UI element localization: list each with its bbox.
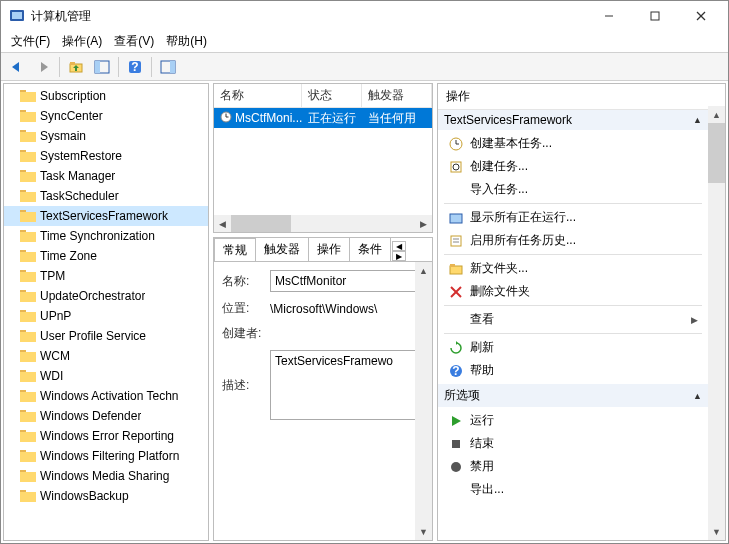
prop-desc-value[interactable]: TextServicesFramewo [270,350,424,420]
scroll-down-icon[interactable]: ▼ [708,523,725,540]
collapse-icon: ▲ [693,391,702,401]
close-button[interactable] [678,1,724,31]
task-icon [448,159,464,175]
svg-rect-31 [20,252,36,262]
tab-triggers[interactable]: 触发器 [255,238,309,261]
folder-icon [20,289,36,303]
task-row[interactable]: MsCtfMoni... 正在运行 当任何用 [214,108,432,128]
action-help[interactable]: ?帮助 [438,359,708,382]
tree-item[interactable]: Windows Error Reporting [4,426,208,446]
action-disable[interactable]: 禁用 [438,455,708,478]
action-refresh[interactable]: 刷新 [438,336,708,359]
scroll-up-icon[interactable]: ▲ [415,262,432,279]
scroll-thumb[interactable] [708,123,725,183]
tree-item[interactable]: WCM [4,346,208,366]
scroll-left-icon[interactable]: ◀ [214,215,231,232]
actions-section-1[interactable]: TextServicesFramework ▲ [438,110,708,130]
tree-item[interactable]: WindowsBackup [4,486,208,506]
svg-rect-33 [20,272,36,282]
action-export[interactable]: 导出... [438,478,708,501]
menu-view[interactable]: 查看(V) [108,31,160,52]
chevron-right-icon: ▶ [691,315,698,325]
action-create-basic[interactable]: 创建基本任务... [438,132,708,155]
action-run[interactable]: 运行 [438,409,708,432]
tree-item[interactable]: UpdateOrchestrator [4,286,208,306]
forward-button[interactable] [31,56,55,78]
tree-item[interactable]: UPnP [4,306,208,326]
scroll-down-icon[interactable]: ▼ [415,523,432,540]
prop-desc-label: 描述: [222,377,264,394]
tree-item[interactable]: Windows Filtering Platforn [4,446,208,466]
tree-item[interactable]: SystemRestore [4,146,208,166]
titlebar: 计算机管理 [1,1,728,31]
tree-item[interactable]: Windows Media Sharing [4,466,208,486]
actions-scrollbar[interactable]: ▲ ▼ [708,106,725,540]
task-trigger: 当任何用 [362,110,432,127]
tree-item[interactable]: WDI [4,366,208,386]
tree-item-label: User Profile Service [40,329,146,343]
svg-rect-47 [20,412,36,422]
task-list-header: 名称 状态 触发器 [214,84,432,108]
scroll-right-icon[interactable]: ▶ [415,215,432,232]
task-list-body[interactable]: MsCtfMoni... 正在运行 当任何用 [214,108,432,215]
action-show-running[interactable]: 显示所有正在运行... [438,206,708,229]
tree-item-label: WindowsBackup [40,489,129,503]
tree-item[interactable]: Time Zone [4,246,208,266]
tab-overflow[interactable]: ◀▶ [392,241,406,261]
action-delete-folder[interactable]: 删除文件夹 [438,280,708,303]
action-create[interactable]: 创建任务... [438,155,708,178]
help-button[interactable]: ? [123,56,147,78]
refresh-icon [448,340,464,356]
back-button[interactable] [5,56,29,78]
menu-help[interactable]: 帮助(H) [160,31,213,52]
col-name[interactable]: 名称 [214,84,302,107]
tree-item[interactable]: Time Synchronization [4,226,208,246]
tab-general[interactable]: 常规 [214,238,256,262]
tree[interactable]: SubscriptionSyncCenterSysmainSystemResto… [4,84,208,540]
up-button[interactable] [64,56,88,78]
tree-item[interactable]: Sysmain [4,126,208,146]
scroll-track[interactable] [231,215,415,232]
svg-rect-69 [450,264,455,267]
tree-item[interactable]: User Profile Service [4,326,208,346]
history-icon [448,233,464,249]
help-icon: ? [448,363,464,379]
tree-item[interactable]: TextServicesFramework [4,206,208,226]
prop-name-value[interactable]: MsCtfMonitor [270,270,424,292]
folder-icon [20,489,36,503]
col-trigger[interactable]: 触发器 [362,84,432,107]
tree-item[interactable]: Subscription [4,86,208,106]
tree-item[interactable]: Task Manager [4,166,208,186]
col-status[interactable]: 状态 [302,84,362,107]
minimize-button[interactable] [586,1,632,31]
maximize-button[interactable] [632,1,678,31]
action-enable-history[interactable]: 启用所有任务历史... [438,229,708,252]
tree-item-label: Windows Activation Techn [40,389,179,403]
action-import[interactable]: 导入任务... [438,178,708,201]
action-new-folder[interactable]: 新文件夹... [438,257,708,280]
vertical-scrollbar[interactable]: ▲ ▼ [415,262,432,540]
main-area: SubscriptionSyncCenterSysmainSystemResto… [1,81,728,543]
scroll-thumb[interactable] [231,215,291,232]
show-hide-actions-button[interactable] [156,56,180,78]
tab-conditions[interactable]: 条件 [349,238,391,261]
action-view[interactable]: 查看▶ [438,308,708,331]
action-end[interactable]: 结束 [438,432,708,455]
svg-rect-1 [12,12,22,19]
tree-item[interactable]: Windows Activation Techn [4,386,208,406]
tree-item[interactable]: TaskScheduler [4,186,208,206]
menu-action[interactable]: 操作(A) [56,31,108,52]
scroll-up-icon[interactable]: ▲ [708,106,725,123]
menu-file[interactable]: 文件(F) [5,31,56,52]
svg-rect-51 [20,452,36,462]
tab-actions[interactable]: 操作 [308,238,350,261]
svg-rect-68 [450,266,462,274]
tree-item[interactable]: TPM [4,266,208,286]
tree-item[interactable]: SyncCenter [4,106,208,126]
toolbar: ? [1,53,728,81]
tree-item[interactable]: Windows Defender [4,406,208,426]
show-hide-tree-button[interactable] [90,56,114,78]
horizontal-scrollbar[interactable]: ◀ ▶ [214,215,432,232]
actions-section-2[interactable]: 所选项 ▲ [438,384,708,407]
folder-icon [20,329,36,343]
